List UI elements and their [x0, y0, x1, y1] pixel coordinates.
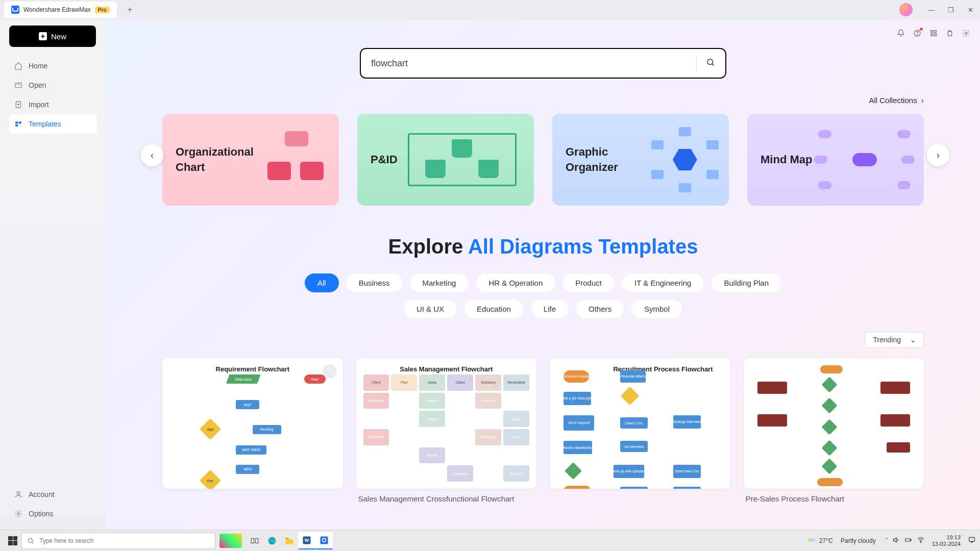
- template-thumb: ♡ Requirement Flowchart Data Input Start…: [162, 358, 343, 489]
- content-area: All Collections › ‹ › Organizational Cha…: [106, 19, 980, 530]
- filter-it[interactable]: IT & Engineering: [622, 273, 704, 292]
- taskbar-promo-icon[interactable]: [219, 534, 242, 548]
- svg-rect-22: [286, 538, 289, 539]
- edrawmax-taskbar-icon[interactable]: [315, 532, 333, 549]
- user-avatar-icon[interactable]: [899, 3, 913, 16]
- filter-pills: All Business Marketing HR & Operation Pr…: [106, 258, 980, 318]
- sidebar-item-home[interactable]: Home: [9, 56, 97, 76]
- filter-business[interactable]: Business: [346, 273, 403, 292]
- svg-line-18: [32, 542, 34, 543]
- plus-icon: +: [39, 32, 47, 40]
- svg-rect-0: [15, 83, 21, 87]
- template-card[interactable]: Recruitment Process Flowchart Personnel …: [550, 358, 730, 504]
- start-button[interactable]: [8, 536, 17, 545]
- template-card[interactable]: Pre-Sales Process Flowchart: [744, 358, 924, 504]
- filter-others[interactable]: Others: [576, 299, 624, 318]
- filter-uiux[interactable]: UI & UX: [404, 299, 457, 318]
- svg-point-14: [965, 32, 967, 34]
- svg-rect-13: [934, 34, 936, 36]
- category-card-pid[interactable]: P&ID: [357, 114, 534, 206]
- category-card-mind-map[interactable]: Mind Map: [747, 114, 924, 206]
- sidebar-item-label: Options: [29, 510, 53, 518]
- carousel-prev-button[interactable]: ‹: [141, 144, 163, 166]
- app-name: Wondershare EdrawMax: [23, 6, 91, 13]
- close-button[interactable]: ✕: [961, 0, 980, 19]
- svg-rect-20: [256, 538, 258, 543]
- search-icon[interactable]: [706, 58, 715, 69]
- filter-all[interactable]: All: [305, 273, 339, 292]
- search-input[interactable]: [371, 58, 687, 69]
- template-grid: ♡ Requirement Flowchart Data Input Start…: [106, 348, 980, 524]
- sidebar-item-account[interactable]: Account: [9, 485, 97, 504]
- sidebar-item-label: Templates: [29, 120, 61, 128]
- account-icon: [14, 490, 22, 498]
- filter-hr[interactable]: HR & Operation: [476, 273, 555, 292]
- minimize-button[interactable]: —: [922, 0, 941, 19]
- svg-point-6: [17, 492, 19, 494]
- filter-product[interactable]: Product: [562, 273, 615, 292]
- import-icon: [14, 101, 22, 109]
- divider: [696, 56, 697, 71]
- template-card[interactable]: Sales Management Flowchart Client Plan S…: [356, 358, 537, 504]
- bell-icon[interactable]: [896, 29, 905, 38]
- tray-chevron-icon[interactable]: ˄: [885, 537, 888, 544]
- sidebar-item-label: Account: [29, 490, 55, 498]
- category-carousel: ‹ › Organizational Chart P&ID Graphic Or…: [106, 105, 980, 206]
- category-card-org-chart[interactable]: Organizational Chart: [162, 114, 339, 206]
- app-tab[interactable]: Wondershare EdrawMax Pro: [4, 2, 117, 18]
- explore-heading: Explore All Diagrams Templates: [106, 206, 980, 258]
- svg-rect-10: [931, 31, 933, 33]
- templates-icon: [14, 120, 22, 128]
- sidebar-item-label: Open: [29, 81, 46, 89]
- category-label: Organizational Chart: [176, 144, 258, 174]
- new-button[interactable]: + New: [9, 26, 96, 47]
- edge-icon[interactable]: [263, 532, 281, 549]
- carousel-next-button[interactable]: ›: [927, 144, 949, 166]
- taskbar-search[interactable]: Type here to search: [21, 533, 215, 549]
- grid-icon[interactable]: [929, 29, 938, 38]
- tray-wifi-icon[interactable]: [917, 536, 925, 545]
- word-icon[interactable]: W: [298, 532, 315, 549]
- svg-rect-28: [911, 539, 911, 541]
- weather-widget[interactable]: 27°C Partly cloudy: [806, 536, 876, 546]
- explorer-icon[interactable]: [281, 532, 298, 549]
- svg-rect-30: [969, 537, 975, 541]
- titlebar: Wondershare EdrawMax Pro + — ❐ ✕: [0, 0, 980, 19]
- taskbar-clock[interactable]: 19:13 13-02-2024: [929, 534, 964, 547]
- sidebar-item-options[interactable]: Options: [9, 504, 97, 523]
- filter-life[interactable]: Life: [531, 299, 569, 318]
- category-label: Graphic Organizer: [566, 144, 648, 174]
- add-tab-button[interactable]: +: [124, 4, 136, 16]
- filter-marketing[interactable]: Marketing: [410, 273, 469, 292]
- sort-dropdown[interactable]: Trending ⌄: [865, 332, 924, 348]
- taskbar: Type here to search W 27°C Partly cloudy…: [0, 530, 980, 551]
- help-icon[interactable]: [913, 29, 922, 38]
- template-caption: Sales Management Crossfunctional Flowcha…: [356, 489, 537, 504]
- filter-symbol[interactable]: Symbol: [631, 299, 682, 318]
- tray-notifications-icon[interactable]: [968, 536, 976, 545]
- filter-education[interactable]: Education: [464, 299, 524, 318]
- filter-building[interactable]: Building Plan: [711, 273, 781, 292]
- sidebar-item-import[interactable]: Import: [9, 95, 97, 114]
- shop-icon[interactable]: [945, 29, 954, 38]
- sidebar-item-open[interactable]: Open: [9, 76, 97, 95]
- svg-rect-4: [19, 121, 21, 123]
- svg-rect-27: [905, 539, 910, 541]
- sidebar-item-label: Home: [29, 62, 47, 70]
- category-card-graphic-organizer[interactable]: Graphic Organizer: [552, 114, 729, 206]
- template-card[interactable]: ♡ Requirement Flowchart Data Input Start…: [162, 358, 343, 504]
- svg-rect-25: [321, 536, 328, 544]
- tray-battery-icon[interactable]: [904, 536, 913, 545]
- maximize-button[interactable]: ❐: [941, 0, 961, 19]
- new-label: New: [51, 32, 66, 41]
- sidebar-item-templates[interactable]: Templates: [9, 114, 97, 134]
- task-view-icon[interactable]: [246, 532, 263, 549]
- svg-line-16: [712, 64, 714, 65]
- tray-speaker-icon[interactable]: [892, 536, 900, 545]
- all-collections-link[interactable]: All Collections ›: [869, 96, 924, 105]
- mind-map-icon: [818, 129, 911, 190]
- category-label: Mind Map: [761, 152, 812, 167]
- settings-icon[interactable]: [962, 29, 971, 38]
- svg-point-7: [17, 513, 19, 515]
- graphic-organizer-icon: [654, 129, 716, 190]
